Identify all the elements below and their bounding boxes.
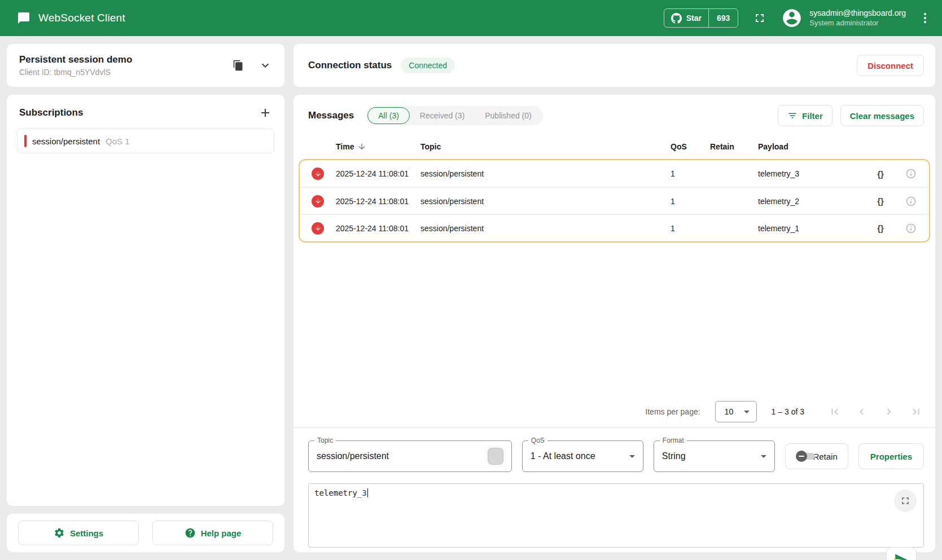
cell-payload: telemetry_2	[758, 197, 868, 206]
connection-status-title: Connection status	[308, 60, 392, 71]
table-row[interactable]: 2025-12-24 11:08:01 session/persistent 1…	[300, 187, 929, 214]
tab-all[interactable]: All (3)	[367, 107, 410, 124]
user-email: sysadmin@thingsboard.org	[809, 8, 906, 18]
cell-payload: telemetry_3	[758, 169, 868, 178]
properties-button[interactable]: Properties	[858, 443, 924, 469]
connection-status-card: Connection status Connected Disconnect	[293, 44, 935, 87]
topic-field: Topic	[308, 440, 512, 472]
fullscreen-button[interactable]	[753, 11, 766, 25]
user-properties-icon[interactable]: {}	[868, 196, 893, 206]
left-sidebar: Persistent session demo Client ID: tbmq_…	[7, 44, 284, 552]
github-star-count: 693	[708, 9, 738, 27]
help-page-label: Help page	[201, 528, 242, 538]
received-message-icon	[312, 222, 324, 235]
cell-time: 2025-12-24 11:08:01	[336, 224, 420, 233]
editor-text: telemetry_	[314, 488, 362, 497]
disconnect-button[interactable]: Disconnect	[857, 55, 924, 76]
text-cursor	[367, 488, 368, 497]
sort-descending-icon	[357, 142, 366, 151]
help-icon	[185, 527, 196, 539]
info-icon[interactable]	[905, 168, 917, 179]
received-message-icon	[312, 167, 324, 180]
github-icon	[671, 13, 682, 24]
add-subscription-button[interactable]	[258, 106, 272, 120]
table-row[interactable]: 2025-12-24 11:08:01 session/persistent 1…	[300, 160, 929, 187]
highlighted-messages-group: 2025-12-24 11:08:01 session/persistent 1…	[299, 159, 930, 242]
collapse-session-button[interactable]	[258, 59, 272, 72]
gear-icon	[54, 527, 65, 539]
subscriptions-title: Subscriptions	[19, 107, 83, 118]
items-per-page-label: Items per page:	[645, 407, 700, 416]
user-properties-icon[interactable]: {}	[868, 223, 893, 233]
info-icon[interactable]	[905, 223, 917, 234]
paginator: Items per page: 10 1 – 3 of 3	[293, 396, 935, 427]
settings-button[interactable]: Settings	[18, 521, 139, 545]
subscription-item[interactable]: session/persistent QoS 1	[17, 129, 274, 153]
copy-client-id-button[interactable]	[233, 60, 244, 71]
messages-card: Messages All (3) Received (3) Published …	[293, 95, 935, 552]
messages-table-header: Time Topic QoS Retain Payload	[300, 135, 929, 158]
topic-field-label: Topic	[314, 436, 336, 444]
cell-qos: 1	[671, 169, 710, 178]
user-menu[interactable]: sysadmin@thingsboard.org System administ…	[781, 7, 906, 29]
column-time[interactable]: Time	[336, 142, 420, 151]
next-page-button[interactable]	[879, 402, 899, 422]
publish-form: Topic QoS 1 - At least once Format Strin…	[293, 428, 935, 472]
first-page-button[interactable]	[825, 402, 845, 422]
filter-icon	[787, 111, 798, 121]
column-retain: Retain	[710, 142, 758, 151]
session-title: Persistent session demo	[19, 54, 132, 65]
cell-qos: 1	[671, 224, 710, 233]
filter-label: Filter	[802, 111, 823, 121]
qos-value: 1 - At least once	[531, 451, 595, 461]
topic-input[interactable]	[317, 451, 488, 461]
more-menu-button[interactable]	[921, 10, 930, 27]
subscription-qos: QoS 1	[106, 136, 130, 146]
cell-qos: 1	[671, 197, 710, 206]
chat-bubble-icon	[17, 11, 30, 25]
app-title: WebSocket Client	[38, 12, 125, 24]
chevron-down-icon	[761, 455, 766, 458]
cell-time: 2025-12-24 11:08:01	[336, 169, 420, 178]
cell-topic: session/persistent	[420, 169, 671, 178]
cell-time: 2025-12-24 11:08:01	[336, 197, 420, 206]
cell-topic: session/persistent	[420, 197, 671, 206]
settings-label: Settings	[70, 528, 103, 538]
messages-title: Messages	[308, 110, 354, 121]
user-properties-icon[interactable]: {}	[868, 169, 893, 179]
github-star-button[interactable]: Star 693	[664, 8, 739, 28]
column-topic: Topic	[420, 142, 671, 151]
sidebar-footer: Settings Help page	[7, 514, 284, 552]
expand-editor-button[interactable]	[894, 490, 917, 512]
filter-button[interactable]: Filter	[778, 105, 833, 126]
column-qos: QoS	[671, 142, 710, 151]
clear-messages-button[interactable]: Clear messages	[840, 105, 924, 126]
page-size-select[interactable]: 10	[715, 401, 757, 422]
table-row[interactable]: 2025-12-24 11:08:01 session/persistent 1…	[300, 214, 929, 241]
previous-page-button[interactable]	[852, 402, 872, 422]
last-page-button[interactable]	[906, 402, 926, 422]
subscription-color-accent	[24, 135, 27, 147]
connection-status-badge: Connected	[401, 58, 455, 73]
tab-published[interactable]: Published (0)	[475, 107, 542, 124]
payload-editor[interactable]: telemetry_3	[308, 483, 924, 548]
column-payload: Payload	[758, 142, 868, 151]
messages-tab-group: All (3) Received (3) Published (0)	[366, 106, 542, 125]
user-role: System administrator	[809, 19, 906, 28]
editor-number: 3	[362, 488, 366, 497]
chevron-down-icon	[629, 455, 635, 458]
format-select[interactable]: Format String	[654, 440, 775, 472]
qos-select[interactable]: QoS 1 - At least once	[522, 440, 643, 472]
retain-label: Retain	[813, 452, 837, 461]
send-message-button[interactable]	[886, 547, 917, 560]
tab-received[interactable]: Received (3)	[410, 107, 475, 124]
info-icon[interactable]	[905, 196, 917, 207]
received-message-icon	[312, 195, 324, 208]
client-id: Client ID: tbmq_n5YVdvlS	[19, 68, 132, 77]
topic-color-swatch[interactable]	[488, 448, 503, 465]
retain-toggle[interactable]: Retain	[785, 443, 848, 469]
help-page-button[interactable]: Help page	[152, 521, 273, 545]
top-app-bar: WebSocket Client Star 693 sysadmin@thing…	[0, 0, 942, 36]
cell-payload: telemetry_1	[758, 224, 868, 233]
toggle-off-icon	[796, 452, 807, 461]
